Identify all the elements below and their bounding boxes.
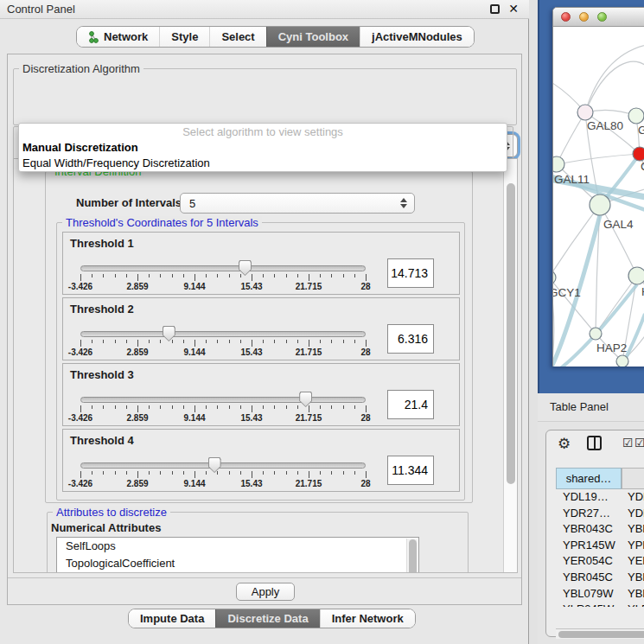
threshold-value-field[interactable]: 14.713 [387,258,434,288]
tick [149,471,150,475]
algorithm-dropdown-popup: Select algorithm to view settings Manual… [18,123,507,172]
control-panel-window: Control Panel ✕ Network [0,0,529,644]
column-header-name[interactable]: na [622,468,644,489]
tab-style[interactable]: Style [159,27,209,47]
tick [297,274,298,277]
column-header-label: shared… [566,472,612,485]
tick [229,340,230,343]
menu-item-manual-discretization[interactable]: Manual Discretization [22,141,138,156]
table-row[interactable]: YBR045CYBR0 [556,570,644,586]
table-cell[interactable]: YLR3 [622,602,644,607]
attribute-list-item[interactable]: SelfLoops [57,538,418,555]
gear-icon[interactable]: ⚙ [558,435,571,452]
network-node[interactable] [553,271,556,284]
tick [320,471,321,475]
settings-scrollbar[interactable] [503,159,517,573]
close-traffic-light[interactable] [561,12,571,22]
tick [320,405,321,409]
tick [172,340,173,343]
table-cell[interactable]: YDL19… [556,489,622,506]
slider-track[interactable] [80,397,366,403]
table-cell[interactable]: YPR145W [556,538,622,554]
network-node[interactable] [590,194,610,215]
attribute-list-item[interactable]: TopologicalCoefficient [57,555,418,572]
network-node[interactable] [628,267,644,284]
network-edge[interactable] [557,154,640,164]
network-node[interactable] [616,355,628,367]
network-node-label: HAP2 [596,341,627,354]
table-row[interactable]: YDL19…YDL1 [556,489,644,506]
table-cell[interactable]: YPR1 [622,538,644,554]
apply-button[interactable]: Apply [236,583,295,601]
attribute-list-item[interactable]: BetweennessCentrality [57,572,418,573]
network-node[interactable] [577,105,593,120]
tab-jactivemnodules[interactable]: jActiveMNodules [360,27,474,47]
table-row[interactable]: YBL079WYBL0 [556,586,644,603]
menu-item-equal-width-frequency[interactable]: Equal Width/Frequency Discretization [22,156,210,172]
network-edge[interactable] [557,112,585,164]
table-cell[interactable]: YBR043C [556,521,622,538]
threshold-value-field[interactable]: 11.344 [387,456,434,485]
popup-hint: Select algorithm to view settings [19,125,507,138]
network-edge[interactable] [585,61,644,112]
tick [194,340,195,347]
table-cell[interactable]: YBR0 [622,570,644,586]
list-scrollbar-thumb[interactable] [409,539,417,573]
table-cell[interactable]: YDR27… [556,506,622,522]
tab-select[interactable]: Select [209,27,265,47]
tab-discretize-data[interactable]: Discretize Data [215,609,319,628]
tab-cyni-toolbox[interactable]: Cyni Toolbox [266,27,360,47]
table-cell[interactable]: YBL0 [622,586,644,603]
tab-network[interactable]: Network [77,27,159,47]
threshold-value-field[interactable]: 6.316 [387,324,434,354]
settings-scrollbar-thumb[interactable] [507,183,515,484]
tab-infer-network[interactable]: Infer Network [320,609,415,628]
network-node[interactable] [628,108,644,124]
group-title: Attributes to discretize [53,506,170,519]
table-row[interactable]: YER054CYER0 [556,553,644,570]
table-row[interactable]: YBR043CYBR0 [556,521,644,538]
table-cell[interactable]: YBL079W [556,586,622,603]
table-cell[interactable]: YLR345W [556,602,622,607]
table-row[interactable]: YDR27…YDR2 [556,506,644,522]
slider-track[interactable] [80,265,366,271]
list-scrollbar[interactable] [406,539,418,573]
numerical-attributes-list[interactable]: SelfLoopsTopologicalCoefficientBetweenne… [56,537,419,573]
zoom-traffic-light[interactable] [597,12,607,22]
tick [354,405,355,409]
tick [172,405,173,409]
tick [366,274,367,281]
table-row[interactable]: YPR145WYPR1 [556,538,644,554]
network-edge[interactable] [585,44,644,112]
threshold-value-field[interactable]: 21.4 [387,390,434,419]
table-cell[interactable]: YDL1 [622,489,644,506]
table-cell[interactable]: YDR2 [622,506,644,522]
network-node[interactable] [590,328,602,340]
network-canvas[interactable]: GAL80GALCGAL11GAL4GCY1HHAP2 [553,27,644,367]
float-window-icon[interactable] [490,4,500,14]
tick [274,471,275,475]
tab-impute-data[interactable]: Impute Data [129,609,215,628]
slider-track[interactable] [80,462,366,469]
close-icon[interactable]: ✕ [508,2,519,16]
minimize-traffic-light[interactable] [579,12,589,22]
table-cell[interactable]: YER0 [622,553,644,570]
table-cell[interactable]: YBR0 [622,521,644,538]
split-columns-icon[interactable] [587,436,602,450]
table-hscrollbar[interactable] [556,628,644,639]
table-hscrollbar-thumb[interactable] [558,631,644,638]
table-cell[interactable]: YER054C [556,553,622,570]
network-node[interactable] [633,147,644,161]
network-node[interactable] [553,156,564,172]
tick [115,405,116,409]
slider-track[interactable] [80,331,366,337]
column-header-shared[interactable]: shared… [556,468,622,489]
checked-checkbox-icon[interactable]: ☑ [634,436,644,450]
checked-checkbox-icon[interactable]: ☑ [622,436,634,450]
network-edge[interactable] [600,205,637,276]
tick-label: 9.144 [175,413,214,423]
table-row[interactable]: YLR345WYLR3 [556,602,644,607]
table-cell[interactable]: YBR045C [556,570,622,586]
number-of-intervals-combobox[interactable]: 5 [180,193,415,214]
tick [274,274,275,277]
